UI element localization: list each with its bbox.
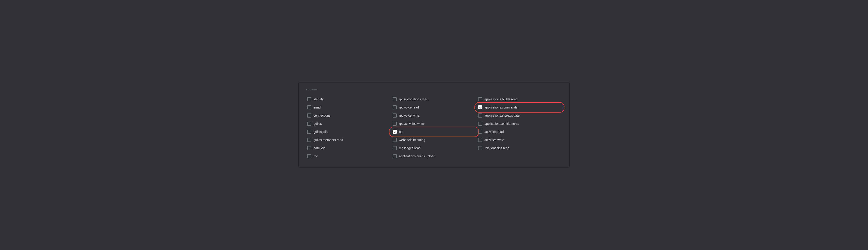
scope-column-1: rpc.notifications.readrpc.voice.readrpc.… — [391, 95, 477, 160]
scope-label-connections: connections — [313, 114, 331, 117]
scope-label-guilds.members.read: guilds.members.read — [313, 138, 343, 142]
scope-checkbox-activities.read[interactable] — [478, 130, 482, 134]
scope-checkbox-rpc[interactable] — [307, 154, 311, 158]
scope-checkbox-bot[interactable] — [393, 130, 397, 134]
scope-item-applications.builds.upload[interactable]: applications.builds.upload — [391, 152, 477, 160]
scope-label-identify: identify — [313, 97, 323, 101]
scope-item-guilds.join[interactable]: guilds.join — [306, 128, 391, 136]
scope-item-applications.store.update[interactable]: applications.store.update — [477, 112, 562, 119]
scope-label-activities.read: activities.read — [485, 130, 504, 133]
scope-item-rpc.voice.read[interactable]: rpc.voice.read — [391, 103, 477, 111]
scope-item-guilds.members.read[interactable]: guilds.members.read — [306, 136, 391, 144]
scope-item-webhook.incoming[interactable]: webhook.incoming — [391, 136, 477, 144]
scope-label-applications.store.update: applications.store.update — [485, 114, 520, 117]
scope-checkbox-applications.store.update[interactable] — [478, 114, 482, 118]
scope-column-2: applications.builds.readapplications.com… — [477, 95, 562, 160]
scope-item-relationships.read[interactable]: relationships.read — [477, 144, 562, 152]
scope-checkbox-activities.write[interactable] — [478, 138, 482, 142]
scope-label-relationships.read: relationships.read — [485, 146, 509, 150]
scope-item-applications.commands[interactable]: applications.commands — [477, 103, 562, 111]
scope-checkbox-relationships.read[interactable] — [478, 146, 482, 150]
scope-checkbox-connections[interactable] — [307, 114, 311, 118]
scope-checkbox-guilds.members.read[interactable] — [307, 138, 311, 142]
scope-label-applications.entitlements: applications.entitlements — [485, 122, 519, 125]
scope-label-activities.write: activities.write — [485, 138, 504, 142]
scope-label-rpc.voice.write: rpc.voice.write — [399, 114, 419, 117]
scope-checkbox-applications.builds.read[interactable] — [478, 97, 482, 101]
scope-label-guilds: guilds — [313, 122, 322, 125]
scope-label-applications.builds.upload: applications.builds.upload — [399, 154, 435, 158]
scope-label-rpc.voice.read: rpc.voice.read — [399, 105, 419, 109]
scope-checkbox-rpc.voice.read[interactable] — [393, 105, 397, 110]
scope-label-applications.builds.read: applications.builds.read — [485, 97, 518, 101]
scope-checkbox-gdm.join[interactable] — [307, 146, 311, 150]
scope-item-activities.read[interactable]: activities.read — [477, 128, 562, 136]
scope-label-rpc.notifications.read: rpc.notifications.read — [399, 97, 428, 101]
scope-checkbox-applications.commands[interactable] — [478, 105, 482, 110]
scope-label-gdm.join: gdm.join — [313, 146, 326, 150]
scope-item-rpc.notifications.read[interactable]: rpc.notifications.read — [391, 95, 477, 103]
scope-item-rpc[interactable]: rpc — [306, 152, 391, 160]
scope-label-messages.read: messages.read — [399, 146, 421, 150]
scopes-container: SCOPES identifyemailconnectionsguildsgui… — [298, 83, 569, 167]
scope-item-rpc.activities.write[interactable]: rpc.activities.write — [391, 120, 477, 127]
scopes-title: SCOPES — [306, 88, 562, 91]
scope-item-messages.read[interactable]: messages.read — [391, 144, 477, 152]
scope-item-gdm.join[interactable]: gdm.join — [306, 144, 391, 152]
scope-checkbox-rpc.notifications.read[interactable] — [393, 97, 397, 101]
scope-label-rpc.activities.write: rpc.activities.write — [399, 122, 424, 125]
scope-checkbox-identify[interactable] — [307, 97, 311, 101]
scope-label-guilds.join: guilds.join — [313, 130, 328, 133]
scope-checkbox-email[interactable] — [307, 105, 311, 110]
scope-item-activities.write[interactable]: activities.write — [477, 136, 562, 144]
scope-checkbox-applications.builds.upload[interactable] — [393, 154, 397, 158]
scope-checkbox-webhook.incoming[interactable] — [393, 138, 397, 142]
scope-checkbox-guilds.join[interactable] — [307, 130, 311, 134]
scope-item-applications.builds.read[interactable]: applications.builds.read — [477, 95, 562, 103]
scope-item-applications.entitlements[interactable]: applications.entitlements — [477, 120, 562, 127]
scope-label-webhook.incoming: webhook.incoming — [399, 138, 425, 142]
scope-label-rpc: rpc — [313, 154, 318, 158]
scope-checkbox-guilds[interactable] — [307, 122, 311, 126]
scope-item-bot[interactable]: bot — [391, 128, 477, 136]
scope-checkbox-messages.read[interactable] — [393, 146, 397, 150]
scope-checkbox-applications.entitlements[interactable] — [478, 122, 482, 126]
scope-item-connections[interactable]: connections — [306, 112, 391, 119]
scope-label-applications.commands: applications.commands — [485, 105, 518, 109]
scope-item-rpc.voice.write[interactable]: rpc.voice.write — [391, 112, 477, 119]
scope-item-email[interactable]: email — [306, 103, 391, 111]
scopes-grid: identifyemailconnectionsguildsguilds.joi… — [306, 95, 562, 160]
scope-item-identify[interactable]: identify — [306, 95, 391, 103]
scope-label-bot: bot — [399, 130, 403, 133]
scope-checkbox-rpc.activities.write[interactable] — [393, 122, 397, 126]
scope-checkbox-rpc.voice.write[interactable] — [393, 114, 397, 118]
scope-item-guilds[interactable]: guilds — [306, 120, 391, 127]
scope-column-0: identifyemailconnectionsguildsguilds.joi… — [306, 95, 391, 160]
scope-label-email: email — [313, 105, 321, 109]
